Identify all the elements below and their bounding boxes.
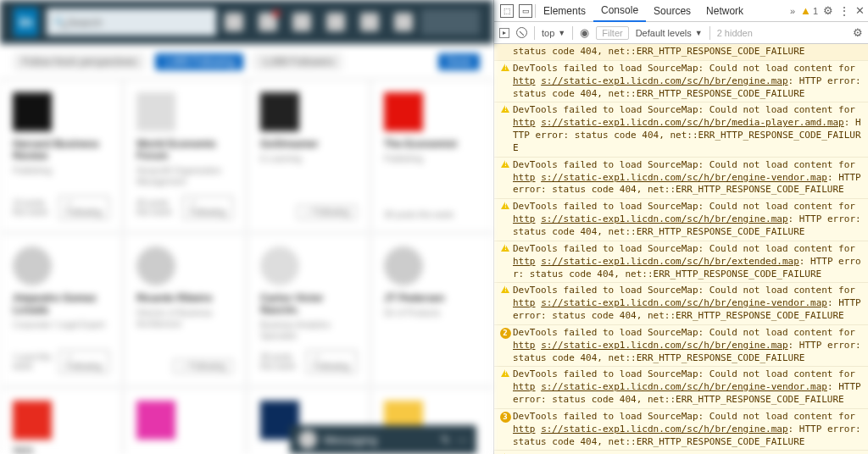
card-name: World Economic Forum (136, 138, 233, 162)
console-settings-icon[interactable]: ⚙ (853, 26, 863, 39)
sourcemap-link[interactable]: http (513, 172, 536, 183)
card-name: Ricardo Ribeiro (136, 292, 233, 304)
log-text: DevTools failed to load SourceMap: Could… (513, 104, 863, 154)
hidden-count[interactable]: 2 hidden (717, 28, 753, 38)
sourcemap-link[interactable]: http (513, 117, 536, 128)
console-log-row: DevTools failed to load SourceMap: Could… (494, 283, 868, 325)
follow-card (124, 388, 246, 454)
filter-input[interactable]: Filter (596, 26, 628, 40)
top-nav: in 🔍 Search (0, 0, 493, 44)
follow-card: Ricardo RibeiroDirector of Business Arch… (124, 234, 246, 386)
tab-followers[interactable]: 1,089 Followers (253, 53, 342, 70)
card-posts: 1 post this week (13, 352, 58, 371)
clear-console-icon[interactable] (516, 27, 527, 38)
sourcemap-link[interactable]: s://static-exp1.licdn.com/sc/h/br/engine… (541, 75, 787, 86)
sourcemap-link[interactable]: s://static-exp1.licdn.com/sc/h/br/media-… (541, 117, 844, 128)
more-icon[interactable]: ⋯ (457, 434, 468, 446)
card-avatar (384, 246, 423, 285)
card-avatar (136, 92, 175, 131)
card-avatar (384, 92, 423, 131)
card-posts: 38 posts this week (384, 210, 453, 219)
device-icon[interactable]: ▭ (519, 4, 532, 18)
premium-box[interactable] (421, 9, 480, 35)
compose-icon[interactable]: ✎ (441, 434, 450, 446)
log-text: DevTools failed to load SourceMap: Could… (513, 368, 863, 407)
live-expression-icon[interactable]: ◉ (580, 26, 589, 39)
sourcemap-link[interactable]: http (513, 75, 536, 86)
warning-icon (501, 244, 509, 252)
sub-nav: Follow fresh perspectives 1,695 Followin… (0, 44, 493, 80)
card-subtitle: Publishing (13, 165, 109, 176)
me-icon[interactable] (394, 13, 413, 31)
following-button[interactable]: ✓ Following (306, 350, 357, 374)
sourcemap-link[interactable]: http (513, 256, 536, 267)
linkedin-logo-icon[interactable]: in (14, 8, 38, 36)
console-log-row: 2DevTools failed to load SourceMap: Coul… (494, 325, 868, 368)
count-badge: 3 (500, 412, 511, 423)
card-name: GoStreamer (260, 138, 357, 150)
log-text: status code 404, net::ERR_HTTP_RESPONSE_… (513, 46, 863, 58)
following-button[interactable]: ✓ Following (58, 196, 109, 219)
notifications-icon[interactable] (360, 13, 379, 31)
sidebar-toggle-icon[interactable]: ▸ (499, 28, 509, 38)
kebab-icon[interactable]: ⋮ (838, 4, 850, 18)
home-icon[interactable] (225, 13, 243, 31)
warning-badge[interactable]: ▲1 (800, 4, 818, 17)
context-selector[interactable]: top▼ (542, 28, 565, 38)
follow-card: JT PedersenDir of Products (371, 234, 493, 386)
messaging-label: Messaging (324, 434, 377, 446)
console-log-row: DevTools failed to load SourceMap: Could… (494, 102, 868, 157)
sourcemap-link[interactable]: s://static-exp1.licdn.com/sc/h/br/engine… (541, 424, 787, 435)
card-posts: 38 posts this week (260, 352, 306, 371)
card-posts: 14 posts this week (13, 198, 58, 217)
done-button[interactable]: Done (438, 53, 480, 70)
sourcemap-link[interactable]: s://static-exp1.licdn.com/sc/h/br/engine… (541, 213, 787, 224)
log-text: DevTools failed to load SourceMap: Could… (513, 159, 863, 197)
nav-icons (225, 13, 413, 31)
tab-perspectives[interactable]: Follow fresh perspectives (14, 53, 145, 70)
sourcemap-link[interactable]: http (513, 213, 536, 224)
following-button[interactable]: ✓ Following (297, 205, 357, 219)
messaging-icon[interactable] (326, 13, 345, 31)
sourcemap-link[interactable]: http (513, 340, 536, 351)
follow-card: Carlos Victor Nascim.Business Analytics … (248, 234, 370, 386)
sourcemap-link[interactable]: http (513, 297, 536, 308)
inspect-icon[interactable]: ⬚ (500, 4, 514, 18)
sourcemap-link[interactable]: s://static-exp1.licdn.com/sc/h/br/engine… (541, 297, 827, 308)
search-input[interactable]: 🔍 Search (47, 8, 216, 36)
more-tabs-icon[interactable]: » (790, 6, 795, 16)
following-button[interactable]: ✓ Following (58, 350, 109, 374)
tab-network[interactable]: Network (698, 0, 751, 22)
sourcemap-link[interactable]: s://static-exp1.licdn.com/sc/h/br/engine… (541, 340, 787, 351)
following-button[interactable]: ✓ Following (182, 196, 233, 219)
log-text: DevTools failed to load SourceMap: Could… (513, 201, 863, 239)
tab-sources[interactable]: Sources (646, 0, 698, 22)
network-icon[interactable] (259, 13, 277, 31)
card-avatar (260, 92, 299, 131)
sourcemap-link[interactable]: http (513, 381, 536, 392)
messaging-bar[interactable]: Messaging ✎ ⋯ (290, 425, 476, 454)
sourcemap-link[interactable]: http (513, 424, 536, 435)
log-text: DevTools failed to load SourceMap: Could… (513, 285, 863, 323)
avatar-icon (298, 430, 317, 449)
follow-card: The EconomistPublishing38 posts this wee… (371, 80, 493, 232)
card-avatar (13, 401, 52, 440)
card-avatar (260, 246, 299, 285)
separator (572, 26, 573, 40)
tab-following[interactable]: 1,695 Following (155, 53, 243, 70)
tab-elements[interactable]: Elements (536, 0, 593, 22)
gear-icon[interactable]: ⚙ (823, 4, 833, 17)
sourcemap-link[interactable]: s://static-exp1.licdn.com/sc/h/br/extend… (541, 256, 799, 267)
console-output: status code 404, net::ERR_HTTP_RESPONSE_… (494, 44, 868, 454)
console-log-row: DevTools failed to load SourceMap: Could… (494, 451, 868, 454)
sourcemap-link[interactable]: s://static-exp1.licdn.com/sc/h/br/engine… (541, 381, 827, 392)
card-avatar (13, 246, 52, 285)
sourcemap-link[interactable]: s://static-exp1.licdn.com/sc/h/br/engine… (541, 172, 827, 183)
jobs-icon[interactable] (292, 13, 311, 31)
card-name: TED (13, 446, 109, 454)
close-icon[interactable]: ✕ (855, 4, 865, 17)
following-button[interactable]: ✓ Following (173, 359, 233, 374)
follow-card: TED (0, 388, 122, 454)
levels-selector[interactable]: Default levels▼ (636, 28, 703, 38)
tab-console[interactable]: Console (593, 0, 646, 22)
